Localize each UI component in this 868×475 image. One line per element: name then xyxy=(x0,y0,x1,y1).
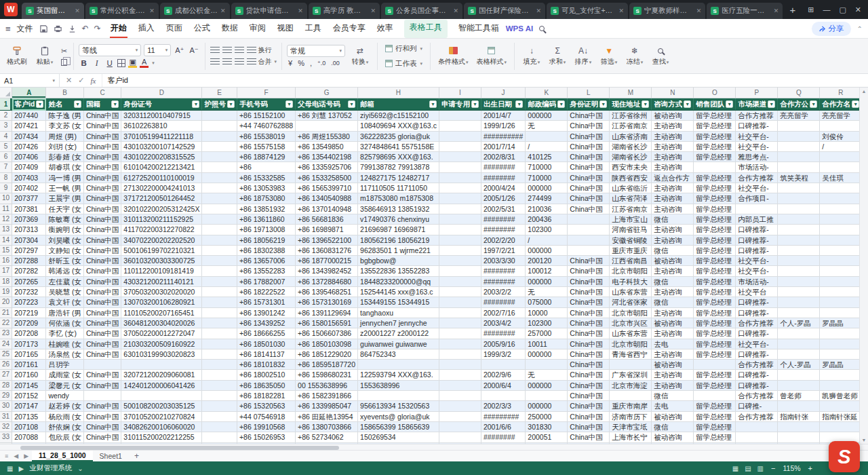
cell[interactable]: 留学总经理 xyxy=(694,276,736,286)
table-column-header[interactable]: 销售团队▼ xyxy=(694,98,736,111)
filter-dropdown-button[interactable]: ▼ xyxy=(599,100,607,108)
row-header-11[interactable]: 11 xyxy=(0,204,12,214)
cell[interactable]: 100012 xyxy=(526,266,568,276)
cell[interactable]: 北京市朝阳 xyxy=(610,307,652,318)
menu-tab-视图[interactable]: 视图 xyxy=(277,20,294,38)
cell[interactable]: 410125 xyxy=(526,152,568,162)
cell[interactable]: 舒依娴 (女 xyxy=(46,421,83,432)
cell[interactable]: 主动咨询 xyxy=(652,380,694,390)
cell[interactable]: 留学总经理 xyxy=(694,370,736,380)
cell[interactable]: 370105200210270824 xyxy=(121,411,202,421)
cell[interactable]: +86 13439252 xyxy=(237,318,295,328)
cell[interactable] xyxy=(694,162,736,172)
cell[interactable]: 唐浩轩 (男 xyxy=(46,307,83,318)
cell[interactable] xyxy=(778,193,820,204)
tab-close-icon[interactable]: ✕ xyxy=(696,7,702,14)
cell[interactable]: 000000 xyxy=(526,111,568,121)
cell[interactable]: 500108200203035125 xyxy=(121,401,202,411)
cell[interactable]: 江苏省南京 xyxy=(610,204,652,214)
cell[interactable] xyxy=(778,235,820,245)
cell[interactable]: China中国 xyxy=(568,131,610,141)
cell[interactable]: 江苏省南京 xyxy=(610,121,652,131)
cell[interactable]: bgbgbow@ xyxy=(358,256,439,266)
menu-tab-页面[interactable]: 页面 xyxy=(165,20,183,38)
cell[interactable]: 市场活动- xyxy=(736,276,778,286)
cell[interactable]: China中国 xyxy=(83,401,121,411)
filter-dropdown-button[interactable]: ▼ xyxy=(36,100,43,108)
cell[interactable]: 留学总经理 xyxy=(694,121,736,131)
collapse-ribbon-icon[interactable]: ⌃ xyxy=(857,25,863,33)
cell[interactable] xyxy=(778,370,820,380)
cell[interactable]: 200051 xyxy=(526,432,568,442)
cell[interactable] xyxy=(736,421,778,432)
cell[interactable]: China中国 xyxy=(568,401,610,411)
row-header-6[interactable]: 6 xyxy=(0,152,12,162)
table-column-header[interactable]: 咨询方式▼ xyxy=(652,98,694,111)
cell[interactable]: 刘玥 (女) xyxy=(46,141,83,151)
cell[interactable]: 130703200106280921 xyxy=(121,297,202,307)
align-right-icon[interactable] xyxy=(235,58,244,65)
cell[interactable] xyxy=(83,360,121,370)
cell[interactable]: 320102200205312425X xyxy=(121,204,202,214)
cell[interactable]: 留学总经理 xyxy=(694,256,736,266)
cell[interactable] xyxy=(439,391,481,401)
cell[interactable] xyxy=(778,287,820,297)
cell[interactable]: 内部员工推 xyxy=(736,214,778,224)
macro-status-icon[interactable]: ▶ xyxy=(18,465,24,472)
cell[interactable]: 留学总经理 xyxy=(694,152,736,162)
cell[interactable] xyxy=(820,266,862,276)
cell[interactable]: jennychen7 jennyche xyxy=(358,318,439,328)
file-tab[interactable]: S成都公积金.xlsx✕ xyxy=(160,3,230,19)
cell[interactable]: 留学总经理 xyxy=(694,204,736,214)
increase-decimal-icon[interactable]: ⁺.0 xyxy=(316,60,327,66)
cell[interactable]: 207426 xyxy=(12,141,46,151)
cell[interactable] xyxy=(820,287,862,297)
row-header-25[interactable]: 25 xyxy=(0,349,12,359)
cell[interactable] xyxy=(526,131,568,141)
file-tab[interactable]: S医疗五险一金.xlsx✕ xyxy=(707,3,783,19)
add-sheet-button[interactable]: + xyxy=(130,451,143,461)
cell[interactable]: +86 18222522 xyxy=(237,287,295,297)
cell[interactable]: 主动咨询 xyxy=(652,121,694,131)
cell[interactable] xyxy=(778,214,820,224)
cell[interactable] xyxy=(439,276,481,286)
cell[interactable]: 36102263810 xyxy=(121,121,202,131)
cell[interactable]: China中国 xyxy=(83,225,121,235)
row-header-14[interactable]: 14 xyxy=(0,235,12,245)
cell[interactable]: 207152 xyxy=(12,391,46,401)
cell[interactable]: 210036 xyxy=(526,204,568,214)
cell[interactable] xyxy=(202,318,237,328)
filter-dropdown-button[interactable]: ▼ xyxy=(557,100,565,108)
format-painter-button[interactable]: 格式刷 xyxy=(4,45,30,68)
sheet-tab-Sheet1[interactable]: Sheet1 xyxy=(93,451,129,461)
close-button[interactable]: ✕ xyxy=(855,5,861,14)
cell[interactable]: 102300 xyxy=(526,225,568,235)
number-format-select[interactable]: 常规▾ xyxy=(287,45,345,57)
cell[interactable] xyxy=(778,349,820,359)
cell[interactable]: 微信 xyxy=(652,214,694,224)
cell[interactable]: +44 07546918 xyxy=(237,411,295,421)
file-tab[interactable]: S公务员国企事业单...✕ xyxy=(381,3,462,19)
排序-button[interactable]: A↓排序▾ xyxy=(571,44,595,68)
cell[interactable]: ######## xyxy=(481,432,525,442)
cell[interactable]: 留学总经理 xyxy=(694,421,736,432)
cell[interactable]: 西安市未央 xyxy=(610,162,652,172)
cell[interactable] xyxy=(778,225,820,235)
cell[interactable]: 430103200107142529 xyxy=(121,141,202,151)
cell[interactable] xyxy=(121,391,202,401)
cell[interactable]: 去电 xyxy=(652,401,694,411)
table-column-header[interactable]: 姓名▼ xyxy=(46,98,83,111)
cell[interactable]: 864752343 xyxy=(358,349,439,359)
cell[interactable]: China中国 xyxy=(83,235,121,245)
cell[interactable] xyxy=(820,370,862,380)
col-header-L[interactable]: L xyxy=(568,88,610,98)
filter-dropdown-button[interactable]: ▼ xyxy=(227,100,235,108)
cell[interactable]: 梁馨元 (女 xyxy=(46,380,83,390)
cell[interactable]: 湖南省长沙 xyxy=(610,152,652,162)
convert-button[interactable]: ⇄ 转换▾ xyxy=(348,44,372,68)
cell[interactable] xyxy=(202,121,237,131)
cell[interactable]: 10011 xyxy=(526,339,568,349)
cell[interactable] xyxy=(778,204,820,214)
cell[interactable] xyxy=(202,235,237,245)
row-header-20[interactable]: 20 xyxy=(0,297,12,307)
